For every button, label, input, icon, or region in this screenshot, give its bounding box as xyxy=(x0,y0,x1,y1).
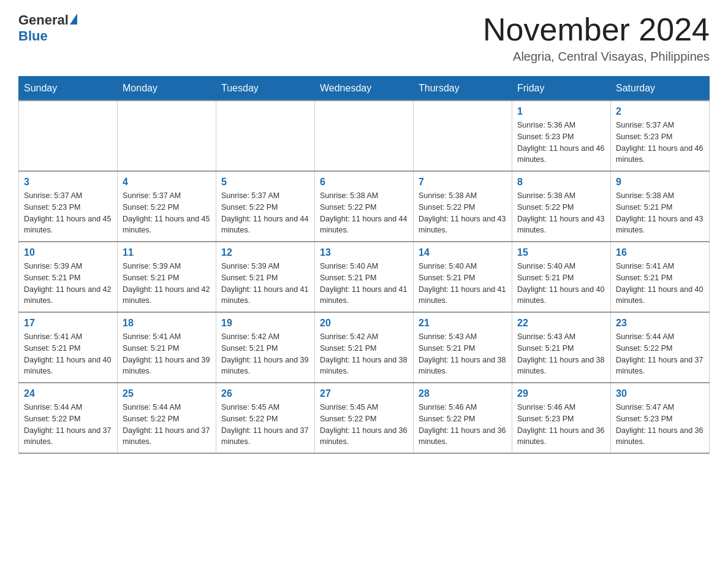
calendar-cell: 25Sunrise: 5:44 AM Sunset: 5:22 PM Dayli… xyxy=(118,383,216,453)
title-block: November 2024 Alegria, Central Visayas, … xyxy=(483,12,710,64)
calendar-cell xyxy=(118,101,216,171)
calendar-cell: 16Sunrise: 5:41 AM Sunset: 5:21 PM Dayli… xyxy=(611,242,710,312)
day-number: 13 xyxy=(320,247,408,258)
day-info: Sunrise: 5:41 AM Sunset: 5:21 PM Dayligh… xyxy=(123,331,211,377)
day-info: Sunrise: 5:41 AM Sunset: 5:21 PM Dayligh… xyxy=(616,261,704,307)
day-info: Sunrise: 5:37 AM Sunset: 5:22 PM Dayligh… xyxy=(123,190,211,236)
calendar-cell: 6Sunrise: 5:38 AM Sunset: 5:22 PM Daylig… xyxy=(315,171,414,242)
day-number: 29 xyxy=(517,388,605,399)
day-number: 28 xyxy=(419,388,507,399)
calendar-cell: 11Sunrise: 5:39 AM Sunset: 5:21 PM Dayli… xyxy=(118,242,216,312)
day-number: 24 xyxy=(24,388,112,399)
day-number: 11 xyxy=(123,247,211,258)
calendar-cell: 9Sunrise: 5:38 AM Sunset: 5:21 PM Daylig… xyxy=(611,171,710,242)
day-info: Sunrise: 5:43 AM Sunset: 5:21 PM Dayligh… xyxy=(517,331,605,377)
logo-general-text: General xyxy=(18,12,69,28)
calendar-cell: 7Sunrise: 5:38 AM Sunset: 5:22 PM Daylig… xyxy=(414,171,512,242)
day-number: 26 xyxy=(221,388,309,399)
day-number: 10 xyxy=(24,247,112,258)
calendar-cell: 13Sunrise: 5:40 AM Sunset: 5:21 PM Dayli… xyxy=(315,242,414,312)
day-info: Sunrise: 5:45 AM Sunset: 5:22 PM Dayligh… xyxy=(221,402,309,448)
calendar-cell: 14Sunrise: 5:40 AM Sunset: 5:21 PM Dayli… xyxy=(414,242,512,312)
day-info: Sunrise: 5:39 AM Sunset: 5:21 PM Dayligh… xyxy=(24,261,112,307)
calendar-cell: 23Sunrise: 5:44 AM Sunset: 5:22 PM Dayli… xyxy=(611,312,710,383)
month-title: November 2024 xyxy=(483,12,710,47)
day-number: 4 xyxy=(123,177,211,188)
day-number: 7 xyxy=(419,177,507,188)
calendar-cell xyxy=(414,101,512,171)
day-info: Sunrise: 5:42 AM Sunset: 5:21 PM Dayligh… xyxy=(221,331,309,377)
day-number: 2 xyxy=(616,106,704,117)
day-number: 9 xyxy=(616,177,704,188)
day-number: 3 xyxy=(24,177,112,188)
day-number: 20 xyxy=(320,318,408,329)
day-number: 22 xyxy=(517,318,605,329)
calendar-cell xyxy=(315,101,414,171)
calendar-week-3: 17Sunrise: 5:41 AM Sunset: 5:21 PM Dayli… xyxy=(19,312,710,383)
day-info: Sunrise: 5:36 AM Sunset: 5:23 PM Dayligh… xyxy=(517,120,605,166)
calendar-cell: 29Sunrise: 5:46 AM Sunset: 5:23 PM Dayli… xyxy=(512,383,611,453)
calendar-cell: 21Sunrise: 5:43 AM Sunset: 5:21 PM Dayli… xyxy=(414,312,512,383)
calendar-cell xyxy=(19,101,118,171)
day-number: 6 xyxy=(320,177,408,188)
calendar-dow-saturday: Saturday xyxy=(611,77,710,101)
calendar-cell: 28Sunrise: 5:46 AM Sunset: 5:22 PM Dayli… xyxy=(414,383,512,453)
day-info: Sunrise: 5:43 AM Sunset: 5:21 PM Dayligh… xyxy=(419,331,507,377)
page-header: General Blue November 2024 Alegria, Cent… xyxy=(18,12,710,64)
day-number: 1 xyxy=(517,106,605,117)
calendar-cell: 27Sunrise: 5:45 AM Sunset: 5:22 PM Dayli… xyxy=(315,383,414,453)
logo: General Blue xyxy=(18,12,77,44)
day-info: Sunrise: 5:40 AM Sunset: 5:21 PM Dayligh… xyxy=(419,261,507,307)
calendar-header-row: SundayMondayTuesdayWednesdayThursdayFrid… xyxy=(19,77,710,101)
day-info: Sunrise: 5:37 AM Sunset: 5:22 PM Dayligh… xyxy=(221,190,309,236)
day-number: 16 xyxy=(616,247,704,258)
day-info: Sunrise: 5:47 AM Sunset: 5:23 PM Dayligh… xyxy=(616,402,704,448)
calendar-cell: 26Sunrise: 5:45 AM Sunset: 5:22 PM Dayli… xyxy=(216,383,315,453)
day-info: Sunrise: 5:38 AM Sunset: 5:22 PM Dayligh… xyxy=(517,190,605,236)
day-info: Sunrise: 5:42 AM Sunset: 5:21 PM Dayligh… xyxy=(320,331,408,377)
day-number: 5 xyxy=(221,177,309,188)
calendar-cell xyxy=(216,101,315,171)
day-info: Sunrise: 5:38 AM Sunset: 5:22 PM Dayligh… xyxy=(419,190,507,236)
calendar-dow-wednesday: Wednesday xyxy=(315,77,414,101)
calendar-week-0: 1Sunrise: 5:36 AM Sunset: 5:23 PM Daylig… xyxy=(19,101,710,171)
day-info: Sunrise: 5:38 AM Sunset: 5:22 PM Dayligh… xyxy=(320,190,408,236)
calendar-week-1: 3Sunrise: 5:37 AM Sunset: 5:23 PM Daylig… xyxy=(19,171,710,242)
day-number: 25 xyxy=(123,388,211,399)
day-info: Sunrise: 5:40 AM Sunset: 5:21 PM Dayligh… xyxy=(320,261,408,307)
day-number: 18 xyxy=(123,318,211,329)
calendar-cell: 5Sunrise: 5:37 AM Sunset: 5:22 PM Daylig… xyxy=(216,171,315,242)
day-info: Sunrise: 5:40 AM Sunset: 5:21 PM Dayligh… xyxy=(517,261,605,307)
day-number: 21 xyxy=(419,318,507,329)
calendar-dow-sunday: Sunday xyxy=(19,77,118,101)
calendar-cell: 22Sunrise: 5:43 AM Sunset: 5:21 PM Dayli… xyxy=(512,312,611,383)
calendar-cell: 2Sunrise: 5:37 AM Sunset: 5:23 PM Daylig… xyxy=(611,101,710,171)
day-number: 12 xyxy=(221,247,309,258)
logo-triangle-icon xyxy=(70,13,77,25)
day-info: Sunrise: 5:39 AM Sunset: 5:21 PM Dayligh… xyxy=(221,261,309,307)
day-info: Sunrise: 5:39 AM Sunset: 5:21 PM Dayligh… xyxy=(123,261,211,307)
calendar-cell: 19Sunrise: 5:42 AM Sunset: 5:21 PM Dayli… xyxy=(216,312,315,383)
day-info: Sunrise: 5:41 AM Sunset: 5:21 PM Dayligh… xyxy=(24,331,112,377)
calendar-dow-monday: Monday xyxy=(118,77,216,101)
day-number: 17 xyxy=(24,318,112,329)
calendar-dow-tuesday: Tuesday xyxy=(216,77,315,101)
day-info: Sunrise: 5:45 AM Sunset: 5:22 PM Dayligh… xyxy=(320,402,408,448)
location-title: Alegria, Central Visayas, Philippines xyxy=(483,50,710,64)
day-number: 30 xyxy=(616,388,704,399)
day-info: Sunrise: 5:44 AM Sunset: 5:22 PM Dayligh… xyxy=(24,402,112,448)
calendar-cell: 20Sunrise: 5:42 AM Sunset: 5:21 PM Dayli… xyxy=(315,312,414,383)
day-info: Sunrise: 5:46 AM Sunset: 5:23 PM Dayligh… xyxy=(517,402,605,448)
calendar-cell: 30Sunrise: 5:47 AM Sunset: 5:23 PM Dayli… xyxy=(611,383,710,453)
calendar-cell: 15Sunrise: 5:40 AM Sunset: 5:21 PM Dayli… xyxy=(512,242,611,312)
day-number: 23 xyxy=(616,318,704,329)
day-number: 19 xyxy=(221,318,309,329)
calendar-cell: 8Sunrise: 5:38 AM Sunset: 5:22 PM Daylig… xyxy=(512,171,611,242)
calendar-week-4: 24Sunrise: 5:44 AM Sunset: 5:22 PM Dayli… xyxy=(19,383,710,453)
logo-blue-text: Blue xyxy=(18,28,48,44)
day-info: Sunrise: 5:44 AM Sunset: 5:22 PM Dayligh… xyxy=(616,331,704,377)
calendar-cell: 4Sunrise: 5:37 AM Sunset: 5:22 PM Daylig… xyxy=(118,171,216,242)
day-number: 8 xyxy=(517,177,605,188)
calendar-dow-friday: Friday xyxy=(512,77,611,101)
day-number: 15 xyxy=(517,247,605,258)
